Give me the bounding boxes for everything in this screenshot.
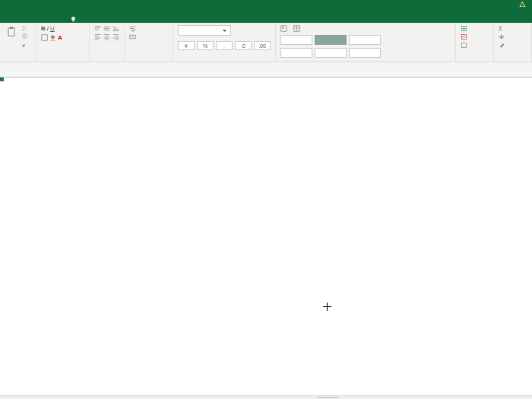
delete-icon [461, 33, 467, 40]
align-right-icon [112, 33, 119, 40]
cell-style-warning[interactable] [315, 48, 347, 58]
cell-style-neutral[interactable] [280, 48, 312, 58]
warning-badge [519, 1, 527, 8]
editing-group: Σ [494, 23, 532, 62]
number-group: ¥ % , .0 .00 [173, 23, 276, 62]
cell-style-bad[interactable] [315, 35, 347, 45]
align-right-button[interactable] [112, 33, 119, 40]
tell-me[interactable] [70, 16, 79, 23]
currency-button[interactable]: ¥ [178, 41, 195, 50]
border-button[interactable] [41, 34, 48, 41]
warning-icon [519, 1, 526, 8]
align-top-button[interactable] [94, 25, 101, 32]
chevron-down-icon [222, 28, 227, 33]
format-cells-button[interactable] [461, 42, 467, 49]
bulb-icon [70, 16, 77, 23]
insert-icon [461, 25, 467, 32]
wrap-text-button[interactable] [129, 25, 138, 32]
cut-button[interactable] [21, 25, 28, 32]
cell-style-normal[interactable] [280, 35, 312, 45]
cell-style-good[interactable] [349, 35, 381, 45]
align-left-icon [94, 33, 101, 40]
alignment-group [90, 23, 173, 62]
clear-button[interactable] [499, 42, 505, 49]
svg-rect-5 [24, 34, 27, 38]
svg-rect-4 [23, 35, 26, 39]
scissors-icon [21, 25, 28, 32]
font-group: B I U A [36, 23, 90, 62]
align-bottom-button[interactable] [112, 25, 119, 32]
align-left-button[interactable] [94, 33, 101, 40]
clipboard-label [5, 54, 31, 62]
styles-label [280, 61, 451, 62]
svg-rect-0 [8, 28, 14, 36]
align-middle-button[interactable] [103, 25, 110, 32]
delete-cells-button[interactable] [461, 33, 467, 40]
brush-icon [21, 42, 28, 49]
scrollbar-thumb[interactable] [318, 397, 339, 398]
svg-rect-9 [282, 27, 283, 28]
comma-button[interactable]: , [216, 41, 233, 50]
align-center-button[interactable] [103, 33, 110, 40]
autosum-button[interactable]: Σ [499, 25, 505, 32]
italic-button[interactable]: I [47, 25, 49, 32]
bold-button[interactable]: B [41, 25, 46, 32]
horizontal-scrollbar[interactable] [0, 395, 532, 399]
paste-button[interactable] [5, 25, 18, 39]
increase-decimal-button[interactable]: .0 [235, 41, 252, 50]
column-headers [0, 62, 532, 78]
fill-color-button[interactable] [49, 34, 56, 41]
eraser-icon [499, 42, 505, 49]
underline-button[interactable]: U [50, 25, 55, 32]
table-icon [293, 25, 300, 32]
conditional-format-button[interactable] [280, 25, 289, 32]
number-format-dropdown[interactable] [178, 25, 231, 36]
bucket-icon [49, 34, 56, 41]
cond-format-icon [280, 25, 287, 32]
copy-button[interactable] [21, 33, 28, 40]
merge-icon [129, 33, 136, 40]
merge-center-button[interactable] [129, 33, 138, 40]
format-as-table-button[interactable] [293, 25, 302, 32]
align-bot-icon [112, 25, 119, 32]
copy-icon [21, 33, 28, 40]
ribbon: B I U A [0, 23, 532, 62]
title-bar [0, 0, 532, 11]
font-label [41, 54, 84, 62]
editing-label [499, 61, 527, 62]
insert-cells-button[interactable] [461, 25, 467, 32]
align-top-icon [94, 25, 101, 32]
clipboard-icon [5, 26, 17, 38]
spreadsheet-grid[interactable] [0, 62, 532, 399]
fill-down-icon [499, 33, 505, 40]
cells-label [461, 61, 489, 62]
number-label [178, 61, 271, 62]
ribbon-tabs [0, 11, 532, 23]
cell-style-link[interactable] [349, 48, 381, 58]
percent-button[interactable]: % [197, 41, 214, 50]
clipboard-group [0, 23, 36, 62]
border-icon [41, 34, 48, 41]
svg-rect-6 [42, 35, 48, 41]
align-center-icon [103, 33, 110, 40]
align-mid-icon [103, 25, 110, 32]
active-cell-outline [0, 78, 3, 81]
styles-group [276, 23, 456, 62]
font-color-button[interactable]: A [58, 34, 62, 41]
format-painter-button[interactable] [21, 42, 28, 49]
svg-rect-1 [10, 27, 13, 29]
decrease-decimal-button[interactable]: .00 [254, 41, 271, 50]
cells-group [456, 23, 494, 62]
fill-button[interactable] [499, 33, 505, 40]
wrap-icon [129, 25, 136, 32]
cell-cursor-icon [323, 302, 332, 312]
alignment-label [94, 61, 168, 62]
svg-rect-13 [462, 43, 467, 48]
format-icon [461, 42, 467, 49]
